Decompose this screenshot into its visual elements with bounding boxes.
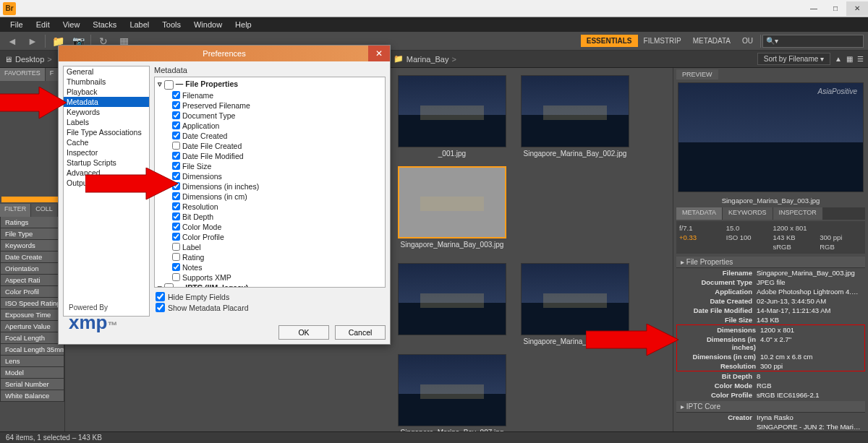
- view-grid-icon[interactable]: ▦: [846, 55, 853, 63]
- menu-view[interactable]: View: [57, 19, 86, 30]
- filter-item[interactable]: Aperture Value: [0, 321, 64, 332]
- pref-category-general[interactable]: General: [64, 66, 149, 77]
- menu-stacks[interactable]: Stacks: [87, 19, 122, 30]
- tree-item[interactable]: Bit Depth: [156, 212, 383, 222]
- ok-button[interactable]: OK: [278, 325, 329, 340]
- breadcrumb-left[interactable]: 🖥 Desktop >: [4, 55, 52, 64]
- tab-collections[interactable]: COLL: [31, 204, 57, 217]
- tab-keywords[interactable]: KEYWORDS: [723, 207, 773, 220]
- cancel-button[interactable]: Cancel: [335, 325, 386, 340]
- search-input[interactable]: [762, 35, 864, 48]
- pref-category-keywords[interactable]: Keywords: [64, 107, 149, 117]
- menu-edit[interactable]: Edit: [30, 19, 56, 30]
- menu-label[interactable]: Label: [124, 19, 155, 30]
- filter-item[interactable]: Ratings: [0, 217, 64, 228]
- tab-favorites[interactable]: FAVORITES: [0, 68, 45, 81]
- tab-filter[interactable]: FILTER: [0, 204, 30, 217]
- back-icon[interactable]: ◄: [4, 34, 20, 48]
- metadata-row: Date Created02-Jun-13, 3:44:50 AM: [676, 296, 865, 306]
- tree-item[interactable]: File Size: [156, 161, 383, 171]
- tree-item[interactable]: Resolution: [156, 202, 383, 212]
- tree-item[interactable]: Application: [156, 121, 383, 131]
- forward-icon[interactable]: ►: [25, 34, 41, 48]
- pref-category-startup-scripts[interactable]: Startup Scripts: [64, 158, 149, 168]
- view-list-icon[interactable]: ☰: [857, 55, 864, 63]
- hide-empty-checkbox[interactable]: Hide Empty Fields: [156, 292, 384, 301]
- tree-item[interactable]: Document Type: [156, 111, 383, 121]
- workspace-tab-filmstrip[interactable]: FILMSTRIP: [638, 35, 687, 47]
- menu-window[interactable]: Window: [188, 19, 228, 30]
- sort-dropdown[interactable]: Sort by Filename ▾: [757, 53, 830, 65]
- tree-item[interactable]: Preserved Filename: [156, 100, 383, 111]
- thumbnail[interactable]: Singapore_Marina_Bay_002.jpg: [521, 75, 629, 158]
- thumbnail[interactable]: Singapore_Marina_Bay_007.jpg: [398, 354, 506, 431]
- breadcrumb-desktop[interactable]: Desktop: [15, 55, 44, 64]
- workspace-tab-essentials[interactable]: ESSENTIALS: [581, 35, 638, 47]
- pref-category-inspector[interactable]: Inspector: [64, 147, 149, 158]
- section-iptc-core[interactable]: ▸ IPTC Core: [676, 401, 865, 413]
- highlighted-metadata: Dimensions1200 x 801Dimensions (in inche…: [676, 324, 865, 371]
- breadcrumb-folder-name[interactable]: Marina_Bay: [407, 55, 449, 64]
- metadata-tree[interactable]: ▿ — File PropertiesFilenamePreserved Fil…: [154, 77, 386, 288]
- tree-item[interactable]: Date Created: [156, 131, 383, 141]
- pref-category-file-type-associations[interactable]: File Type Associations: [64, 127, 149, 137]
- pref-category-thumbnails[interactable]: Thumbnails: [64, 77, 149, 87]
- close-button[interactable]: ✕: [846, 1, 868, 16]
- tree-item[interactable]: Dimensions: [156, 171, 383, 181]
- tab-metadata[interactable]: METADATA: [676, 207, 722, 220]
- dialog-close-button[interactable]: ✕: [368, 46, 390, 61]
- thumbnail[interactable]: _001.jpg: [398, 75, 506, 158]
- menu-tools[interactable]: Tools: [156, 19, 187, 30]
- filter-item[interactable]: White Balance: [0, 390, 64, 402]
- filter-item[interactable]: Exposure Time: [0, 309, 64, 321]
- filter-item[interactable]: Lens: [0, 356, 64, 367]
- filter-item[interactable]: Date Create: [0, 251, 64, 263]
- metadata-row: FilenameSingapore_Marina_Bay_003.jpg: [676, 268, 865, 278]
- show-placard-checkbox[interactable]: Show Metadata Placard: [156, 303, 384, 312]
- folder-icon: 📁: [393, 54, 404, 64]
- filter-item[interactable]: ISO Speed Ratings: [0, 298, 64, 309]
- tree-item[interactable]: Supports XMP: [156, 272, 383, 283]
- workspace-tab-ou[interactable]: OU: [736, 35, 759, 47]
- tree-item[interactable]: Color Mode: [156, 222, 383, 232]
- tree-item[interactable]: Filename: [156, 90, 383, 100]
- filter-item[interactable]: Aspect Rati: [0, 275, 64, 286]
- thumbnail[interactable]: Singapore_Marina_Bay_003.jpg: [398, 166, 506, 249]
- filter-item[interactable]: Keywords: [0, 240, 64, 251]
- tree-item[interactable]: Color Profile: [156, 232, 383, 242]
- tree-item[interactable]: Dimensions (in cm): [156, 192, 383, 202]
- filter-item[interactable]: Orientation: [0, 263, 64, 275]
- tree-item[interactable]: Notes: [156, 262, 383, 272]
- tree-item[interactable]: Date File Created: [156, 141, 383, 151]
- status-text: 64 items, 1 selected – 143 KB: [6, 434, 102, 442]
- tree-item[interactable]: Dimensions (in inches): [156, 181, 383, 192]
- tab-folders[interactable]: F: [46, 68, 59, 81]
- tab-preview[interactable]: PREVIEW: [676, 69, 718, 79]
- thumbnail[interactable]: [398, 263, 506, 345]
- filter-item[interactable]: File Type: [0, 228, 64, 240]
- tree-item[interactable]: Rating: [156, 252, 383, 262]
- filter-item[interactable]: Serial Number: [0, 379, 64, 390]
- tab-inspector[interactable]: INSPECTOR: [773, 207, 822, 220]
- filter-item[interactable]: Focal Length: [0, 332, 64, 344]
- pref-category-labels[interactable]: Labels: [64, 117, 149, 127]
- pref-category-metadata[interactable]: Metadata: [64, 97, 149, 107]
- menu-file[interactable]: File: [4, 19, 29, 30]
- section-file-properties[interactable]: ▸ File Properties: [676, 257, 865, 268]
- sort-asc-icon[interactable]: ▲: [835, 55, 842, 63]
- metadata-row: Date File Modified14-Mar-17, 11:21:43 AM: [676, 306, 865, 315]
- pref-category-cache[interactable]: Cache: [64, 137, 149, 147]
- tree-group[interactable]: ▿ — File Properties: [156, 79, 383, 90]
- minimize-button[interactable]: —: [803, 1, 825, 16]
- filter-item[interactable]: Model: [0, 367, 64, 379]
- filter-item[interactable]: Color Profil: [0, 286, 64, 298]
- menu-help[interactable]: Help: [229, 19, 258, 30]
- filter-item[interactable]: Focal Length 35mm: [0, 344, 64, 356]
- pref-category-playback[interactable]: Playback: [64, 87, 149, 97]
- workspace-tab-metadata[interactable]: METADATA: [687, 35, 736, 47]
- maximize-button[interactable]: □: [825, 1, 846, 16]
- tree-item[interactable]: Date File Modified: [156, 151, 383, 161]
- tree-group[interactable]: ▿ — IPTC (IIM, legacy): [156, 283, 383, 288]
- breadcrumb-folder[interactable]: 📁 Marina_Bay >: [393, 54, 456, 64]
- tree-item[interactable]: Label: [156, 242, 383, 252]
